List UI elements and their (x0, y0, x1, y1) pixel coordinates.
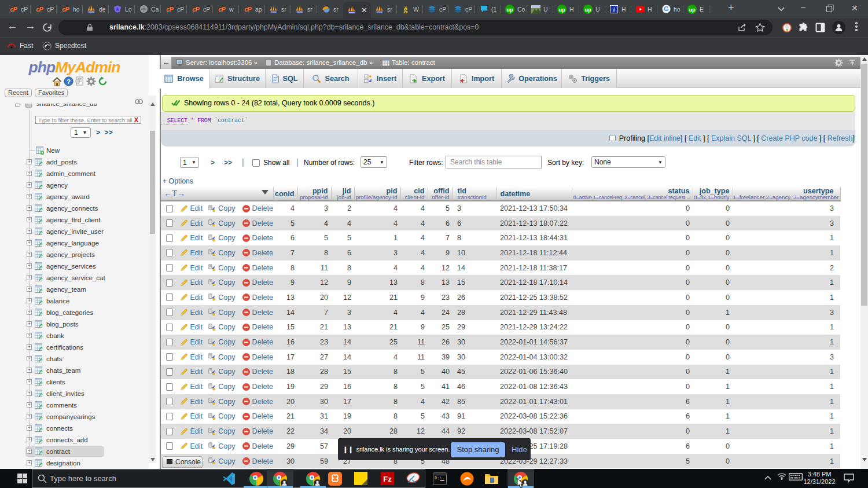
svg-text:D:\: D:\ (435, 476, 442, 480)
svg-text:Fz: Fz (383, 475, 392, 483)
svg-text:up: up (689, 6, 696, 12)
svg-text:G: G (664, 5, 669, 12)
svg-text:up: up (507, 6, 513, 12)
svg-text:up: up (585, 6, 591, 12)
svg-text:i: i (613, 6, 615, 12)
svg-text:?: ? (67, 78, 71, 85)
svg-text:up: up (559, 6, 565, 12)
